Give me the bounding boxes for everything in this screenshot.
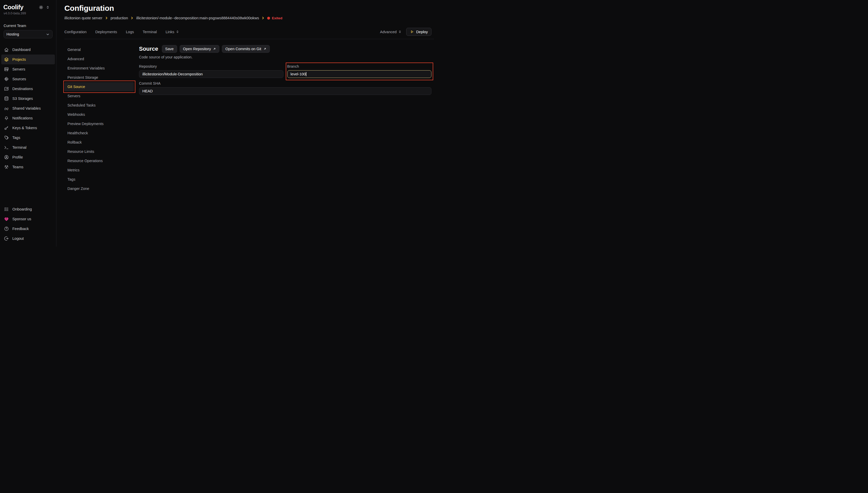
sidebar-item-label: Logout (12, 236, 24, 241)
team-select[interactable]: Hosting (4, 30, 52, 38)
subnav-item-resource-limits[interactable]: Resource Limits (64, 147, 134, 156)
text-caret (306, 72, 306, 76)
subnav-item-servers[interactable]: Servers (64, 91, 134, 101)
tab-deployments[interactable]: Deployments (95, 30, 117, 34)
breadcrumb-project[interactable]: illicitonion quote server (64, 16, 103, 20)
source-fields: Repository illicitestonion/Module-Decomp… (139, 64, 431, 95)
sidebar-item-shared-variables[interactable]: (x) Shared Variables (1, 103, 55, 113)
sidebar-item-label: Notifications (12, 116, 33, 120)
tab-links[interactable]: Links (166, 30, 179, 34)
sidebar-item-label: Dashboard (12, 48, 30, 52)
sidebar-item-tags[interactable]: Tags (1, 133, 55, 143)
sidebar-item-projects[interactable]: Projects (1, 55, 55, 64)
sidebar-item-s3-storages[interactable]: S3 Storages (1, 94, 55, 103)
open-repository-button[interactable]: Open Repository (180, 45, 219, 53)
sidebar-item-label: Servers (12, 67, 25, 71)
external-link-icon (263, 47, 267, 50)
repository-input[interactable]: illicitestonion/Module-Decomposition (139, 70, 283, 78)
sidebar-item-destinations[interactable]: Destinations (1, 84, 55, 94)
save-button[interactable]: Save (162, 45, 177, 53)
chevron-right-icon (261, 17, 264, 20)
repository-field: Repository illicitestonion/Module-Decomp… (139, 64, 283, 78)
subnav-item-git-source[interactable]: Git Source (64, 82, 134, 91)
sidebar-item-label: Tags (12, 135, 20, 140)
tab-terminal[interactable]: Terminal (143, 30, 157, 34)
open-commits-button[interactable]: Open Commits on Git (222, 45, 270, 53)
chevron-right-icon (130, 17, 133, 20)
coolify-app: Coolify v4.0.0-beta.399 Current Team Hos… (0, 0, 434, 246)
layers-icon (4, 57, 9, 62)
branch-input[interactable]: level-100 (287, 70, 432, 78)
logo-row: Coolify (0, 4, 56, 11)
tab-logs[interactable]: Logs (126, 30, 134, 34)
status-badge: Exited (267, 16, 282, 20)
sun-icon[interactable] (39, 5, 43, 10)
git-source-panel: Source Save Open Repository Open Commits… (139, 45, 431, 193)
subnav-item-resource-operations[interactable]: Resource Operations (64, 156, 134, 166)
home-icon (4, 47, 9, 52)
subnav-item-webhooks[interactable]: Webhooks (64, 110, 134, 119)
sidebar-item-label: Teams (12, 165, 23, 169)
sidebar-item-feedback[interactable]: Feedback (1, 224, 55, 234)
sidebar-item-label: Shared Variables (12, 106, 41, 110)
status-text: Exited (272, 16, 282, 20)
sidebar-item-label: S3 Storages (12, 97, 33, 101)
subnav-git-source-wrap: Git Source (64, 82, 134, 91)
sidebar-item-sources[interactable]: Sources (1, 74, 55, 84)
main-content: Configuration illicitonion quote server … (56, 0, 434, 246)
sidebar-nav: Dashboard Projects Servers (0, 45, 56, 172)
sidebar-item-label: Keys & Tokens (12, 126, 37, 130)
advanced-dropdown[interactable]: Advanced (380, 30, 402, 34)
sidebar-item-keys-tokens[interactable]: Keys & Tokens (1, 123, 55, 133)
sidebar-item-servers[interactable]: Servers (1, 64, 55, 74)
breadcrumb-application[interactable]: illicitestonion/-module--decomposition:m… (136, 16, 259, 20)
sidebar-item-label: Sources (12, 77, 26, 81)
app-version: v4.0.0-beta.399 (0, 12, 56, 15)
tabs: Configuration Deployments Logs Terminal … (64, 30, 179, 34)
help-icon (4, 226, 9, 231)
configuration-content: General Advanced Environment Variables P… (64, 45, 434, 193)
checklist-icon (4, 207, 9, 212)
play-icon (410, 29, 414, 34)
sidebar-item-teams[interactable]: Teams (1, 162, 55, 172)
deploy-button[interactable]: Deploy (406, 28, 431, 36)
branch-field: Branch level-100 (287, 64, 432, 78)
sidebar-item-dashboard[interactable]: Dashboard (1, 45, 55, 55)
tab-configuration[interactable]: Configuration (64, 30, 86, 34)
subnav-item-scheduled-tasks[interactable]: Scheduled Tasks (64, 101, 134, 110)
chevron-down-icon (46, 33, 50, 36)
sidebar-item-onboarding[interactable]: Onboarding (1, 204, 55, 214)
source-description: Code source of your application. (139, 55, 431, 59)
theme-sort-chevrons-icon[interactable] (46, 5, 50, 9)
subnav-item-general[interactable]: General (64, 45, 134, 54)
subnav-item-healthcheck[interactable]: Healthcheck (64, 128, 134, 138)
subnav-item-metrics[interactable]: Metrics (64, 166, 134, 175)
subnav-item-persistent-storage[interactable]: Persistent Storage (64, 73, 134, 82)
subnav-item-advanced[interactable]: Advanced (64, 54, 134, 64)
subnav-item-preview-deployments[interactable]: Preview Deployments (64, 119, 134, 128)
sidebar-item-label: Destinations (12, 87, 33, 91)
settings-subnav: General Advanced Environment Variables P… (64, 45, 134, 193)
database-icon (4, 96, 9, 101)
sidebar: Coolify v4.0.0-beta.399 Current Team Hos… (0, 0, 56, 246)
subnav-item-rollback[interactable]: Rollback (64, 138, 134, 147)
sidebar-item-notifications[interactable]: Notifications (1, 113, 55, 123)
map-icon (4, 86, 9, 91)
sidebar-item-terminal[interactable]: Terminal (1, 143, 55, 152)
subnav-item-tags[interactable]: Tags (64, 175, 134, 184)
sidebar-item-sponsor-us[interactable]: Sponsor us (1, 214, 55, 224)
subnav-item-environment-variables[interactable]: Environment Variables (64, 64, 134, 73)
sidebar-item-logout[interactable]: Logout (1, 234, 55, 243)
sidebar-item-label: Profile (12, 155, 23, 159)
source-title: Source (139, 46, 158, 52)
commit-sha-input[interactable]: HEAD (139, 87, 431, 95)
commit-sha-field: Commit SHA HEAD (139, 81, 431, 95)
commit-sha-label: Commit SHA (139, 81, 431, 85)
users-icon (4, 165, 9, 170)
sidebar-item-profile[interactable]: Profile (1, 152, 55, 162)
breadcrumb-environment[interactable]: production (111, 16, 128, 20)
sidebar-item-label: Sponsor us (12, 217, 31, 221)
git-diamond-icon (4, 77, 9, 82)
external-link-icon (213, 47, 216, 50)
subnav-item-danger-zone[interactable]: Danger Zone (64, 184, 134, 193)
